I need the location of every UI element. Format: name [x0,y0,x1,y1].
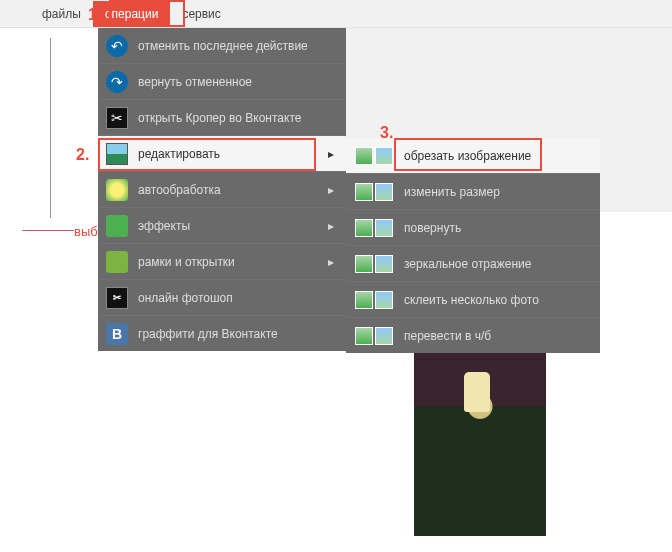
submenu-merge-label: склеить несколько фото [404,293,592,307]
menu-auto-label: автообработка [138,183,328,197]
edit-icon [106,143,128,165]
menu-edit[interactable]: редактировать ▸ [98,136,346,171]
submenu-arrow-icon: ▸ [328,183,338,197]
submenu-mirror-label: зеркальное отражение [404,257,592,271]
menu-vk-graffiti-label: граффити для Вконтакте [138,327,338,341]
photoshop-icon: ✂ [106,287,128,309]
effects-icon [106,215,128,237]
submenu-arrow-icon: ▸ [328,147,338,161]
submenu-rotate-label: повернуть [404,221,592,235]
submenu-crop-label: обрезать изображение [404,149,592,163]
mirror-icon [354,253,394,275]
submenu-resize-label: изменить размер [404,185,592,199]
submenu-bw-label: перевести в ч/б [404,329,592,343]
menu-undo[interactable]: ↶ отменить последнее действие [98,28,346,63]
menu-effects-label: эффекты [138,219,328,233]
submenu-bw[interactable]: перевести в ч/б [346,318,600,353]
submenu-arrow-icon: ▸ [328,255,338,269]
menu-operations[interactable]: операции [93,1,170,27]
menu-files[interactable]: файлы [30,1,93,27]
operations-dropdown: ↶ отменить последнее действие ↷ вернуть … [98,28,346,351]
partial-text-vyb: выб [74,224,98,239]
crop-icon: ✂ [106,107,128,129]
menu-redo-label: вернуть отмененное [138,75,338,89]
merge-icon [354,289,394,311]
submenu-crop[interactable]: обрезать изображение [346,138,600,173]
frames-icon [106,251,128,273]
menu-undo-label: отменить последнее действие [138,39,338,53]
annotation-2: 2. [76,146,89,164]
rotate-icon [354,217,394,239]
menu-online-photoshop[interactable]: ✂ онлайн фотошоп [98,280,346,315]
menu-redo[interactable]: ↷ вернуть отмененное [98,64,346,99]
submenu-resize[interactable]: изменить размер [346,174,600,209]
menu-open-croper-vk-label: открыть Кропер во Вконтакте [138,111,338,125]
vk-icon: B [106,323,128,345]
menu-frames-label: рамки и открытки [138,255,328,269]
menu-effects[interactable]: эффекты ▸ [98,208,346,243]
menu-service[interactable]: сервис [170,1,232,27]
undo-icon: ↶ [106,35,128,57]
submenu-mirror[interactable]: зеркальное отражение [346,246,600,281]
menu-frames[interactable]: рамки и открытки ▸ [98,244,346,279]
menu-vk-graffiti[interactable]: B граффити для Вконтакте [98,316,346,351]
menubar: файлы операции сервис [0,0,672,28]
menu-edit-label: редактировать [138,147,328,161]
submenu-merge[interactable]: склеить несколько фото [346,282,600,317]
menu-auto[interactable]: автообработка ▸ [98,172,346,207]
menu-online-photoshop-label: онлайн фотошоп [138,291,338,305]
bw-icon [354,325,394,347]
crop-image-icon [354,145,394,167]
submenu-rotate[interactable]: повернуть [346,210,600,245]
menu-open-croper-vk[interactable]: ✂ открыть Кропер во Вконтакте [98,100,346,135]
edit-submenu: обрезать изображение изменить размер пов… [346,138,600,353]
redo-icon: ↷ [106,71,128,93]
submenu-arrow-icon: ▸ [328,219,338,233]
resize-icon [354,181,394,203]
auto-icon [106,179,128,201]
